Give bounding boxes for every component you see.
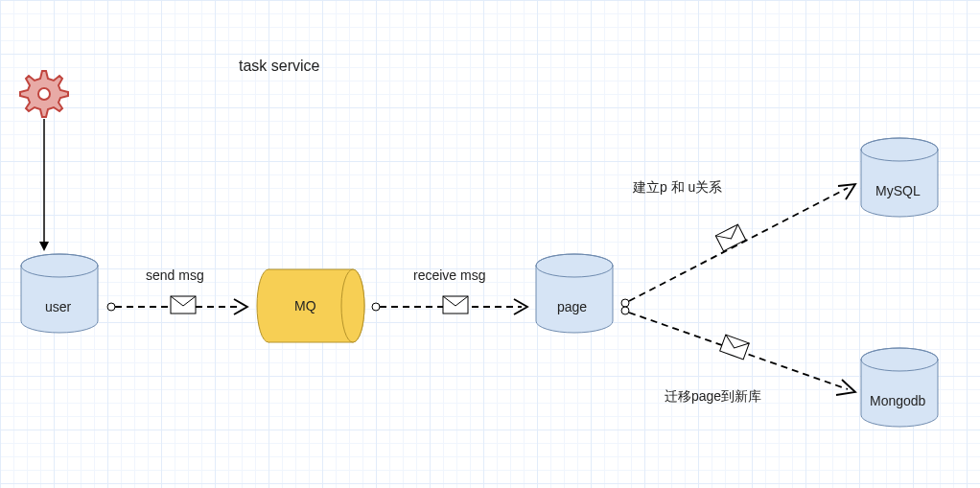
svg-rect-24	[720, 335, 750, 360]
svg-point-11	[861, 348, 938, 371]
user-label: user	[45, 299, 71, 314]
svg-point-8	[536, 254, 613, 277]
diagram-canvas: task service user MQ	[0, 0, 980, 488]
svg-rect-21	[715, 224, 745, 251]
svg-point-13	[107, 303, 115, 311]
mysql-label: MySQL	[875, 183, 921, 198]
svg-point-0	[38, 88, 50, 100]
mongodb-label: Mongodb	[870, 393, 925, 408]
svg-point-6	[341, 269, 364, 342]
edge-page-to-mysql	[0, 0, 980, 488]
svg-point-3	[21, 254, 98, 277]
svg-point-4	[21, 254, 98, 277]
edge-mq-to-page-label: receive msg	[413, 267, 485, 283]
svg-point-5	[257, 269, 280, 342]
diagram-title: task service	[239, 58, 319, 75]
page-datastore	[0, 0, 980, 488]
page-label: page	[557, 299, 587, 314]
svg-point-16	[372, 303, 380, 311]
svg-point-22	[621, 307, 629, 314]
edge-page-to-mongodb	[0, 0, 980, 488]
user-datastore	[0, 0, 980, 488]
svg-marker-2	[39, 242, 49, 251]
arrow-gear-to-user	[0, 0, 980, 488]
svg-rect-15	[171, 296, 196, 314]
svg-line-23	[629, 313, 848, 389]
edge-user-to-mq-label: send msg	[146, 267, 204, 283]
edge-page-to-mongodb-label: 迁移page到新库	[665, 388, 761, 406]
svg-point-19	[621, 299, 629, 307]
mongodb-datastore	[0, 0, 980, 488]
mysql-datastore	[0, 0, 980, 488]
svg-line-20	[629, 188, 848, 301]
svg-point-12	[861, 348, 938, 371]
svg-point-10	[861, 138, 938, 161]
svg-point-7	[536, 254, 613, 277]
edge-user-to-mq	[0, 0, 980, 488]
edge-mq-to-page	[0, 0, 980, 488]
gear-icon	[0, 0, 980, 488]
mq-label: MQ	[294, 298, 316, 314]
svg-point-9	[861, 138, 938, 161]
edge-page-to-mysql-label: 建立p 和 u关系	[633, 179, 722, 197]
mq-queue	[0, 0, 980, 488]
svg-rect-18	[443, 296, 468, 314]
